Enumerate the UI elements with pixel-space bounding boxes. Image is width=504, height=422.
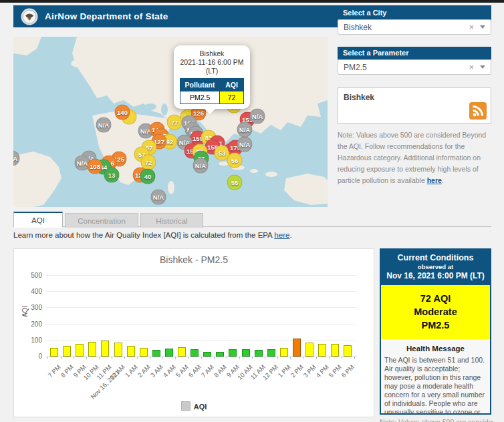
x-axis-tick <box>265 357 265 359</box>
chart-bar <box>127 346 135 357</box>
sidebar-note: Note: Values above 500 are considered Be… <box>338 130 493 186</box>
chart-bar <box>229 349 237 357</box>
learn-more-text: Learn more about how the Air Quality Ind… <box>13 231 292 239</box>
x-axis-tick <box>290 357 291 359</box>
page-title: AirNow Department of State <box>45 11 168 21</box>
chart-bar <box>152 350 160 357</box>
map-marker[interactable]: 108 <box>88 159 103 174</box>
parameter-select[interactable]: PM2.5 × <box>338 59 491 75</box>
popup-lt: (LT) <box>176 67 247 75</box>
parameter-clear-icon[interactable]: × <box>469 63 474 71</box>
popup-col-pollutant: Pollutant <box>180 79 220 91</box>
map-marker[interactable]: N/A <box>250 109 265 124</box>
world-aqi-map[interactable]: 65140N/AN/A14712592127875772N/AN/A125106… <box>13 37 328 207</box>
parameter-select-value: PM2.5 <box>344 63 367 72</box>
sidebar-note-text: Note: Values above 500 are considered Be… <box>338 131 486 184</box>
map-marker[interactable]: N/A <box>96 118 112 133</box>
chart-bar <box>280 348 288 357</box>
learn-more-link[interactable]: here <box>274 231 289 239</box>
chart-bar <box>255 350 263 357</box>
popup-datetime: 2021-11-16 6:00 PM <box>176 58 247 67</box>
select-city-header: Select a City <box>338 7 491 19</box>
conditions-footer-note: Note: Values above 500 are considered Be… <box>380 418 493 422</box>
parameter-dropdown-caret-icon[interactable] <box>480 65 485 69</box>
map-marker[interactable]: N/A <box>151 190 166 205</box>
x-axis-tick <box>277 357 278 359</box>
map-marker[interactable]: N/A <box>193 158 209 174</box>
x-axis-tick <box>354 357 355 359</box>
city-select[interactable]: Bishkek × <box>338 19 491 35</box>
x-axis-tick <box>329 357 330 359</box>
y-axis-tick-label: 200 <box>19 321 42 328</box>
city-clear-icon[interactable]: × <box>469 23 474 31</box>
chart-bar <box>267 349 275 357</box>
chart-bar <box>114 343 122 357</box>
rss-icon[interactable] <box>469 102 487 120</box>
conditions-pollutant: PM2.5 <box>381 319 490 332</box>
x-axis-tick <box>303 357 303 359</box>
popup-pollutant-value: PM2.5 <box>180 91 220 104</box>
x-axis-tick <box>316 357 317 359</box>
x-axis-tick <box>61 357 61 359</box>
popup-city: Bishkek <box>176 49 247 58</box>
x-axis-tick <box>214 357 215 359</box>
chart-bar <box>191 349 199 357</box>
tab-historical[interactable]: Historical <box>140 213 203 228</box>
map-popup: Bishkek 2021-11-16 6:00 PM (LT) Pollutan… <box>174 45 250 109</box>
gridline <box>46 340 357 341</box>
aqi-bar-chart: Bishkek - PM2.5 AQI 01002003004005007 PM… <box>13 248 374 417</box>
chart-legend[interactable]: AQI <box>14 401 374 411</box>
x-axis-tick <box>227 357 227 359</box>
x-axis-tick <box>201 357 202 359</box>
map-marker[interactable]: N/A <box>237 137 253 152</box>
rss-feed-box: Bishkek <box>338 87 491 124</box>
chart-bar <box>318 344 326 357</box>
y-axis-tick-label: 300 <box>19 304 42 311</box>
chart-bar <box>178 347 186 357</box>
tab-aqi[interactable]: AQI <box>13 212 63 228</box>
chart-bar <box>165 349 173 357</box>
learn-more-period: . <box>289 231 291 239</box>
conditions-observed: observed at <box>382 263 489 271</box>
x-axis-tick <box>188 357 189 359</box>
x-axis-tick <box>124 357 125 359</box>
map-marker[interactable]: 56 <box>227 153 243 168</box>
x-axis-tick <box>175 357 176 359</box>
popup-col-aqi: AQI <box>220 79 244 91</box>
x-axis-tick <box>239 357 240 359</box>
chart-bar <box>216 352 224 357</box>
conditions-aqi-value: 72 AQI <box>381 292 490 305</box>
conditions-aqi-box: 72 AQI Moderate PM2.5 <box>381 285 490 339</box>
map-marker[interactable]: 55 <box>227 175 243 190</box>
chart-bar <box>305 343 313 357</box>
conditions-category: Moderate <box>381 305 490 319</box>
popup-table: Pollutant AQI PM2.5 72 <box>180 78 244 104</box>
map-marker[interactable]: N/A <box>237 122 253 138</box>
y-axis-tick-label: 0 <box>19 353 42 360</box>
map-marker[interactable]: 140 <box>115 105 130 120</box>
y-axis-tick-label: 500 <box>19 272 42 279</box>
tab-concentration[interactable]: Concentration <box>65 213 138 228</box>
state-department-seal-icon <box>21 8 38 25</box>
map-marker[interactable]: 40 <box>140 169 156 184</box>
x-axis-tick <box>112 357 112 359</box>
tab-bar: AQI Concentration Historical <box>13 212 203 228</box>
x-axis-tick <box>86 357 87 359</box>
x-axis-tick <box>47 357 48 359</box>
x-axis-tick <box>137 357 138 359</box>
x-axis-tick <box>342 357 342 359</box>
city-dropdown-caret-icon[interactable] <box>480 25 485 29</box>
chart-bar <box>242 349 250 357</box>
legend-label: AQI <box>194 403 207 411</box>
map-marker[interactable]: 13 <box>104 168 120 183</box>
chart-bar <box>140 348 148 357</box>
sidebar-note-link[interactable]: here <box>427 176 442 184</box>
chart-bar <box>331 344 339 357</box>
y-axis-tick-label: 400 <box>19 288 42 295</box>
x-axis-tick <box>162 357 163 359</box>
rss-city-label: Bishkek <box>338 88 491 102</box>
legend-swatch-icon <box>181 401 191 411</box>
health-message-title: Health Message <box>381 345 490 353</box>
chart-bar <box>101 341 109 357</box>
gridline <box>46 307 357 308</box>
